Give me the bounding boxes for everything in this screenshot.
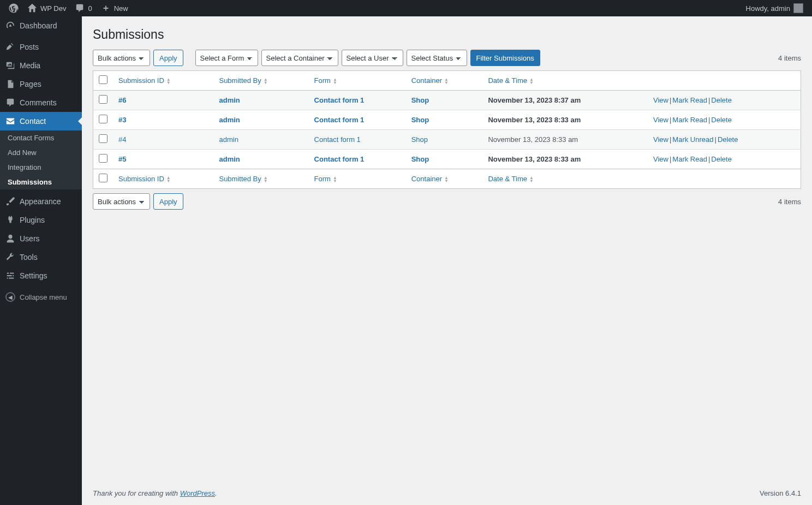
collapse-icon: ◀ bbox=[5, 292, 15, 302]
sidebar-item-plugins[interactable]: Plugins bbox=[0, 211, 82, 229]
mark-link[interactable]: Mark Unread bbox=[672, 135, 713, 144]
comments-icon bbox=[5, 98, 15, 108]
col-footer-container[interactable]: Container▲▼ bbox=[406, 169, 483, 189]
sidebar-item-dashboard[interactable]: Dashboard bbox=[0, 16, 82, 35]
col-header-date[interactable]: Date & Time▲▼ bbox=[482, 71, 648, 91]
my-account[interactable]: Howdy, admin bbox=[742, 0, 808, 16]
delete-link[interactable]: Delete bbox=[711, 96, 732, 104]
sidebar-item-tools[interactable]: Tools bbox=[0, 248, 82, 266]
submitted-by-link[interactable]: admin bbox=[219, 135, 238, 144]
col-header-by[interactable]: Submitted By▲▼ bbox=[213, 71, 308, 91]
row-checkbox[interactable] bbox=[99, 154, 108, 163]
container-link[interactable]: Shop bbox=[411, 135, 428, 144]
home-icon bbox=[27, 3, 37, 13]
mark-link[interactable]: Mark Read bbox=[672, 96, 707, 104]
plus-icon bbox=[101, 3, 111, 13]
col-header-form[interactable]: Form▲▼ bbox=[309, 71, 406, 91]
view-link[interactable]: View bbox=[653, 155, 668, 163]
submitted-by-link[interactable]: admin bbox=[219, 155, 240, 163]
sort-icon: ▲▼ bbox=[264, 78, 268, 85]
form-link[interactable]: Contact form 1 bbox=[314, 96, 365, 104]
sidebar-item-label: Users bbox=[20, 234, 40, 243]
bulk-actions-select[interactable]: Bulk actions bbox=[93, 50, 150, 66]
comments-link[interactable]: 0 bbox=[70, 0, 96, 16]
sidebar-item-contact[interactable]: Contact bbox=[0, 112, 82, 130]
submission-id-link[interactable]: #3 bbox=[118, 116, 126, 124]
col-footer-form[interactable]: Form▲▼ bbox=[309, 169, 406, 189]
sort-icon: ▲▼ bbox=[529, 78, 534, 85]
mark-link[interactable]: Mark Read bbox=[672, 116, 707, 124]
delete-link[interactable]: Delete bbox=[718, 135, 738, 144]
submenu-submissions[interactable]: Submissions bbox=[0, 175, 82, 189]
wordpress-link[interactable]: WordPress bbox=[180, 489, 215, 497]
form-link[interactable]: Contact form 1 bbox=[314, 135, 361, 144]
select-all-bottom[interactable] bbox=[99, 174, 108, 182]
submitted-by-link[interactable]: admin bbox=[219, 96, 240, 104]
filter-form-select[interactable]: Select a Form bbox=[195, 50, 258, 66]
site-name[interactable]: WP Dev bbox=[23, 0, 70, 16]
sidebar-item-label: Appearance bbox=[20, 197, 61, 206]
row-actions: View|Mark Read|Delete bbox=[648, 150, 801, 169]
filter-status-select[interactable]: Select Status bbox=[407, 50, 467, 66]
submenu-integration[interactable]: Integration bbox=[0, 160, 82, 175]
new-label: New bbox=[114, 4, 128, 13]
col-footer-by[interactable]: Submitted By▲▼ bbox=[213, 169, 308, 189]
container-link[interactable]: Shop bbox=[411, 155, 429, 163]
sidebar-item-pages[interactable]: Pages bbox=[0, 75, 82, 93]
delete-link[interactable]: Delete bbox=[711, 116, 732, 124]
date-cell: November 13, 2023 8:33 am bbox=[482, 130, 648, 150]
submitted-by-link[interactable]: admin bbox=[219, 116, 240, 124]
filter-user-select[interactable]: Select a User bbox=[342, 50, 403, 66]
row-checkbox[interactable] bbox=[99, 134, 108, 143]
submenu-add-new[interactable]: Add New bbox=[0, 145, 82, 160]
sidebar-item-appearance[interactable]: Appearance bbox=[0, 192, 82, 211]
sidebar-item-label: Posts bbox=[20, 43, 39, 51]
dashboard-icon bbox=[5, 21, 15, 31]
sidebar-item-media[interactable]: Media bbox=[0, 56, 82, 75]
col-header-id[interactable]: Submission ID▲▼ bbox=[113, 71, 213, 91]
container-link[interactable]: Shop bbox=[411, 116, 429, 124]
date-cell: November 13, 2023 8:37 am bbox=[482, 91, 648, 110]
row-checkbox[interactable] bbox=[99, 115, 108, 123]
table-row: #5adminContact form 1ShopNovember 13, 20… bbox=[93, 150, 801, 169]
sidebar-item-label: Comments bbox=[20, 98, 57, 107]
sidebar-item-label: Settings bbox=[20, 271, 47, 280]
filter-container-select[interactable]: Select a Container bbox=[261, 50, 338, 66]
form-link[interactable]: Contact form 1 bbox=[314, 116, 365, 124]
site-name-label: WP Dev bbox=[40, 4, 66, 13]
pages-icon bbox=[5, 79, 15, 89]
delete-link[interactable]: Delete bbox=[711, 155, 732, 163]
row-checkbox[interactable] bbox=[99, 95, 108, 104]
media-icon bbox=[5, 61, 15, 70]
sidebar-item-comments[interactable]: Comments bbox=[0, 93, 82, 112]
apply-button-bottom[interactable]: Apply bbox=[153, 193, 183, 210]
col-header-container[interactable]: Container▲▼ bbox=[406, 71, 483, 91]
mark-link[interactable]: Mark Read bbox=[672, 155, 707, 163]
form-link[interactable]: Contact form 1 bbox=[314, 155, 365, 163]
bulk-actions-select-bottom[interactable]: Bulk actions bbox=[93, 193, 150, 210]
col-footer-id[interactable]: Submission ID▲▼ bbox=[113, 169, 213, 189]
footer-version: Version 6.4.1 bbox=[760, 489, 801, 497]
select-all-top[interactable] bbox=[99, 75, 108, 84]
col-footer-date[interactable]: Date & Time▲▼ bbox=[482, 169, 648, 189]
view-link[interactable]: View bbox=[653, 135, 668, 144]
footer-thanks: Thank you for creating with WordPress. bbox=[93, 489, 217, 497]
sidebar-item-posts[interactable]: Posts bbox=[0, 38, 82, 56]
new-content[interactable]: New bbox=[97, 0, 133, 16]
container-link[interactable]: Shop bbox=[411, 96, 429, 104]
filter-submissions-button[interactable]: Filter Submissions bbox=[470, 50, 540, 66]
submenu-contact-forms[interactable]: Contact Forms bbox=[0, 130, 82, 145]
mail-icon bbox=[5, 116, 15, 126]
sidebar-item-settings[interactable]: Settings bbox=[0, 266, 82, 285]
sidebar-item-users[interactable]: Users bbox=[0, 229, 82, 248]
sidebar-item-label: Media bbox=[20, 61, 40, 70]
sliders-icon bbox=[5, 271, 15, 281]
submission-id-link[interactable]: #4 bbox=[118, 135, 126, 144]
view-link[interactable]: View bbox=[653, 96, 668, 104]
apply-button-top[interactable]: Apply bbox=[153, 50, 183, 66]
collapse-menu[interactable]: ◀ Collapse menu bbox=[0, 288, 82, 306]
submission-id-link[interactable]: #6 bbox=[118, 96, 126, 104]
view-link[interactable]: View bbox=[653, 116, 668, 124]
submission-id-link[interactable]: #5 bbox=[118, 155, 126, 163]
wp-logo[interactable] bbox=[4, 0, 23, 16]
